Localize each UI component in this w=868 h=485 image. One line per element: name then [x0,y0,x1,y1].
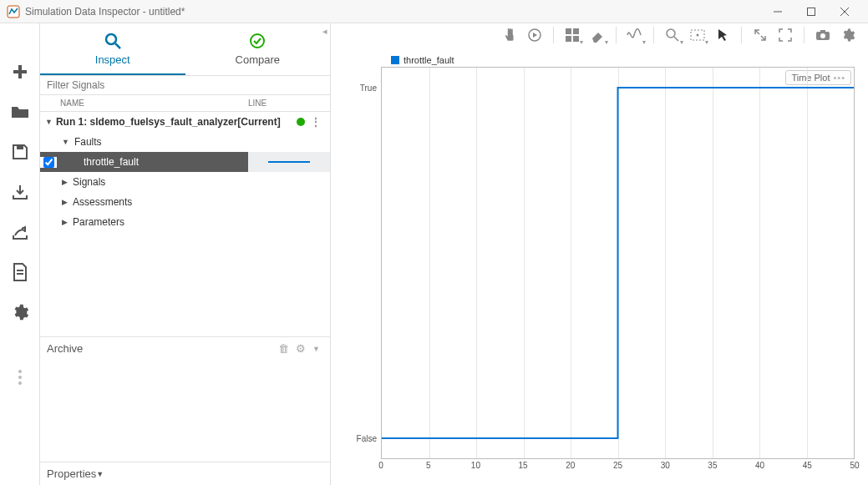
chevron-down-icon[interactable]: ▼ [312,345,320,353]
col-name: NAME [57,99,248,108]
xtick: 10 [471,461,480,470]
properties-label: Properties [47,467,96,480]
run-row[interactable]: ▼ Run 1: sldemo_fuelsys_fault_analyzer[C… [40,112,330,132]
svg-point-24 [697,34,699,37]
export-icon[interactable] [0,212,40,252]
tab-inspect-label: Inspect [95,53,130,66]
svg-rect-7 [17,145,23,149]
group-label: Signals [73,176,105,188]
svg-rect-18 [573,28,579,34]
signal-name: throttle_fault [57,156,248,168]
trash-icon[interactable]: 🗑 [278,342,289,355]
svg-point-13 [106,34,116,44]
svg-point-21 [667,29,675,38]
xtick: 35 [708,461,717,470]
group-assessments[interactable]: ▶Assessments [40,192,330,212]
filter-input[interactable] [40,76,330,94]
svg-point-29 [820,33,825,38]
xtick: 5 [426,461,431,470]
svg-point-12 [18,381,22,385]
left-iconbar [0,23,40,485]
cursor-icon[interactable] [711,23,734,47]
tab-inspect[interactable]: Inspect [40,23,185,75]
save-icon[interactable] [0,132,40,172]
caret-right-icon: ▶ [62,218,68,226]
search-icon [104,32,122,50]
legend-label: throttle_fault [404,55,454,65]
svg-rect-19 [566,36,571,42]
fullscreen-icon[interactable] [774,23,797,47]
svg-rect-28 [820,30,825,33]
run-menu-icon[interactable]: ⋮ [310,115,322,129]
expand-out-icon[interactable] [749,23,772,47]
svg-rect-20 [573,36,579,42]
plot-legend: throttle_fault [391,55,858,65]
waveform-icon[interactable]: ▾ [623,23,647,47]
collapse-panel-icon[interactable]: ◂ [322,26,327,37]
add-icon[interactable] [0,52,40,92]
layout-grid-icon[interactable]: ▾ [561,23,584,47]
close-button[interactable] [828,0,861,23]
signal-tree: ▼ Run 1: sldemo_fuelsys_fault_analyzer[C… [40,112,330,336]
play-circle-icon[interactable] [523,23,546,47]
window-title: Simulation Data Inspector - untitled* [25,6,761,18]
report-icon[interactable] [0,252,40,292]
signal-checkbox[interactable] [43,157,54,168]
chevron-down-icon[interactable]: ▼ [96,470,104,478]
status-dot-icon [297,118,305,126]
caret-right-icon: ▶ [62,178,68,186]
fit-icon[interactable]: ▾ [686,23,709,47]
titlebar: Simulation Data Inspector - untitled* [0,0,868,23]
svg-line-22 [674,37,678,41]
pan-icon[interactable] [498,23,521,47]
properties-header[interactable]: Properties ▼ [40,462,330,485]
gear-icon[interactable]: ⚙ [296,342,306,355]
group-label: Parameters [73,216,124,228]
minimize-button[interactable] [761,0,794,23]
folder-icon[interactable] [0,92,40,132]
caret-down-icon: ▼ [62,138,69,146]
import-icon[interactable] [0,172,40,212]
caret-right-icon: ▶ [62,198,68,206]
col-line: LINE [248,99,330,108]
xtick: 50 [850,461,859,470]
xtick: 0 [378,461,383,470]
chart[interactable]: Time Plot••• True False [381,67,855,459]
svg-point-10 [18,370,22,373]
xtick: 40 [755,461,764,470]
signal-row[interactable]: throttle_fault [40,152,330,172]
left-panel: ◂ Inspect Compare NAME LINE ▼ Run 1: sld… [40,23,331,485]
x-axis-ticks: 05101520253035404550 [381,459,855,472]
archive-body [40,360,330,462]
xtick: 20 [566,461,575,470]
xtick: 30 [661,461,670,470]
gear-icon[interactable] [836,23,860,47]
eraser-icon[interactable]: ▾ [586,23,609,47]
group-label: Assessments [73,196,132,208]
camera-icon[interactable] [811,23,835,47]
legend-swatch [391,56,399,64]
settings-icon[interactable] [0,292,40,332]
chart-line [382,88,854,438]
svg-rect-2 [808,8,815,15]
archive-header[interactable]: Archive 🗑 ⚙ ▼ [40,336,330,360]
svg-line-14 [115,43,120,48]
group-parameters[interactable]: ▶Parameters [40,212,330,232]
ytick-true: True [360,83,382,93]
svg-rect-17 [566,28,571,34]
column-headers: NAME LINE [40,95,330,112]
more-icon[interactable] [0,357,40,397]
svg-point-15 [251,34,264,48]
xtick: 25 [613,461,622,470]
archive-label: Archive [47,342,83,355]
xtick: 45 [803,461,812,470]
group-faults[interactable]: ▼Faults [40,132,330,152]
tab-compare[interactable]: Compare [185,23,331,75]
tab-compare-label: Compare [236,53,280,66]
maximize-button[interactable] [794,0,828,23]
group-signals[interactable]: ▶Signals [40,172,330,192]
zoom-icon[interactable]: ▾ [661,23,684,47]
caret-down-icon: ▼ [45,118,53,126]
xtick: 15 [519,461,528,470]
check-circle-icon [248,32,266,50]
